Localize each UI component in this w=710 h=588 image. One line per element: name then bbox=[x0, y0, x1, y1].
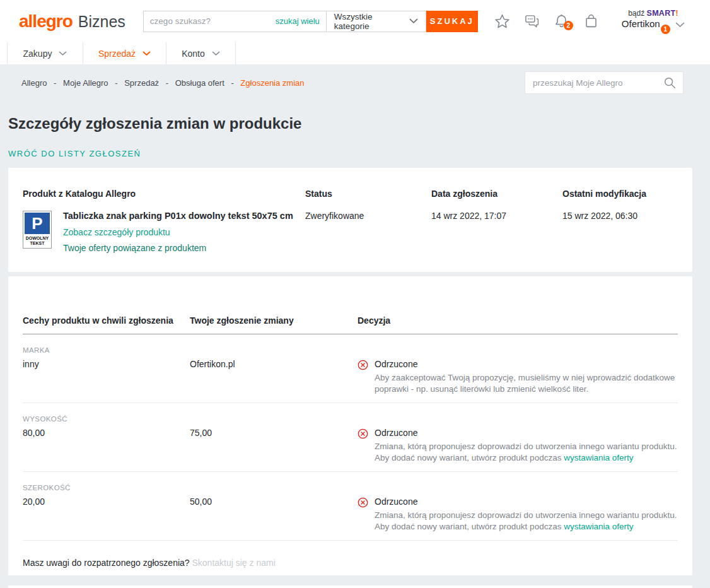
caption-line2: TEKST bbox=[30, 241, 45, 245]
smart-tagline: bądź SMART! bbox=[622, 9, 685, 18]
myallegro-search-input[interactable] bbox=[525, 78, 683, 88]
proposed-value: 75,00 bbox=[190, 428, 358, 463]
decision-label: Odrzucone bbox=[375, 428, 678, 438]
account-menu[interactable]: bądź SMART! Ofertikon 1 bbox=[622, 9, 685, 34]
category-select[interactable]: Wszystkie kategorie bbox=[327, 11, 426, 32]
nav-tab-label: Konto bbox=[182, 49, 205, 59]
product-column: Produkt z Katalogu Allegro P DOWOLNY TEK… bbox=[23, 189, 305, 253]
decision-cell: Odrzucone Zmiana, którą proponujesz dopr… bbox=[358, 497, 678, 532]
table-row-marka: MARKA inny Ofertikon.pl Odrzucone Aby za… bbox=[23, 334, 678, 403]
favorites-star-icon[interactable] bbox=[494, 13, 510, 29]
status-value: Zweryfikowane bbox=[305, 211, 431, 221]
decision-reason: Zmiana, którą proponujesz doprowadzi do … bbox=[375, 510, 678, 532]
nav-tab-konto[interactable]: Konto bbox=[166, 42, 236, 64]
product-details-link[interactable]: Zobacz szczegóły produktu bbox=[63, 227, 293, 237]
current-value: inny bbox=[23, 360, 190, 394]
smart-prefix: bądź bbox=[628, 9, 644, 18]
listing-offer-link[interactable]: wystawiania oferty bbox=[564, 453, 633, 462]
decision-reason: Zmiana, którą proponujesz doprowadzi do … bbox=[375, 441, 678, 463]
breadcrumb-separator: - bbox=[54, 78, 56, 88]
breadcrumb-moje-allegro[interactable]: Moje Allegro bbox=[63, 78, 108, 88]
notifications-bell-icon[interactable]: 2 bbox=[554, 13, 569, 29]
breadcrumb-row: Allegro - Moje Allegro - Sprzedaż - Obsł… bbox=[8, 71, 684, 94]
messages-chat-icon[interactable] bbox=[524, 13, 540, 29]
allegro-logo[interactable]: allegro Biznes bbox=[19, 11, 125, 32]
topbar-icon-group: 2 bbox=[494, 13, 599, 29]
cart-bag-icon[interactable] bbox=[583, 13, 599, 29]
proposed-value: Ofertikon.pl bbox=[190, 360, 358, 394]
submitted-label: Data zgłoszenia bbox=[431, 189, 562, 199]
chevron-down-icon bbox=[143, 51, 151, 56]
product-title: Tabliczka znak parking P01x dowolny teks… bbox=[63, 211, 293, 221]
top-bar: allegro Biznes szukaj wielu Wszystkie ka… bbox=[0, 0, 710, 42]
notifications-badge: 2 bbox=[564, 21, 573, 30]
column-header-decision: Decyzja bbox=[358, 315, 678, 326]
search-input[interactable] bbox=[144, 16, 276, 26]
listing-offer-link[interactable]: wystawiania oferty bbox=[564, 522, 633, 531]
breadcrumb-obsluga-ofert[interactable]: Obsługa ofert bbox=[175, 78, 224, 88]
search-icon[interactable] bbox=[663, 76, 677, 90]
attribute-label: SZEROKOŚĆ bbox=[23, 484, 678, 491]
breadcrumb-sprzedaz[interactable]: Sprzedaż bbox=[124, 78, 159, 88]
smart-brand: SMART bbox=[647, 9, 676, 18]
nav-tab-sprzedaz[interactable]: Sprzedaż bbox=[83, 42, 166, 64]
caption-line1: DOWOLNY bbox=[26, 236, 49, 240]
breadcrumb-separator: - bbox=[115, 78, 117, 88]
nav-tab-zakupy[interactable]: Zakupy bbox=[7, 42, 83, 64]
back-to-list-link[interactable]: WRÓĆ DO LISTY ZGŁOSZEŃ bbox=[8, 149, 141, 158]
multi-search-link[interactable]: szukaj wielu bbox=[276, 16, 326, 26]
search-button[interactable]: SZUKAJ bbox=[426, 11, 478, 32]
column-header-proposed: Twoje zgłoszenie zmiany bbox=[190, 315, 358, 326]
decision-body: Odrzucone Zmiana, którą proponujesz dopr… bbox=[375, 428, 678, 463]
column-header-current: Cechy produktu w chwili zgłoszenia bbox=[23, 315, 190, 326]
decision-label: Odrzucone bbox=[375, 497, 678, 507]
breadcrumb-zgloszenia-zmian: Zgłoszenia zmian bbox=[240, 78, 304, 88]
category-selected-label: Wszystkie kategorie bbox=[334, 12, 409, 31]
related-offers-link[interactable]: Twoje oferty powiązane z produktem bbox=[63, 243, 293, 253]
modified-label: Ostatni modyfikacja bbox=[562, 189, 678, 199]
status-column: Status Zweryfikowane bbox=[305, 189, 431, 253]
submitted-column: Data zgłoszenia 14 wrz 2022, 17:07 bbox=[431, 189, 562, 253]
status-label: Status bbox=[305, 189, 431, 199]
account-name: Ofertikon bbox=[622, 18, 660, 29]
feedback-question: Masz uwagi do rozpatrzonego zgłoszenia? bbox=[23, 558, 190, 568]
chevron-down-icon bbox=[409, 18, 418, 24]
main-nav: Zakupy Sprzedaż Konto bbox=[0, 42, 710, 64]
feedback-footer: Masz uwagi do rozpatrzonego zgłoszenia? … bbox=[23, 558, 678, 568]
breadcrumb: Allegro - Moje Allegro - Sprzedaż - Obsł… bbox=[8, 78, 305, 88]
product-section-label: Produkt z Katalogu Allegro bbox=[23, 189, 305, 199]
global-search-bar: szukaj wielu Wszystkie kategorie SZUKAJ bbox=[143, 11, 478, 32]
chevron-down-icon bbox=[675, 22, 685, 28]
decision-cell: Odrzucone Aby zaakceptować Twoją propozy… bbox=[358, 360, 678, 394]
product-info: Tabliczka znak parking P01x dowolny teks… bbox=[63, 211, 293, 253]
proposed-value: 50,00 bbox=[190, 497, 358, 532]
product-thumbnail: P DOWOLNY TEKST bbox=[23, 211, 52, 249]
attribute-label: WYSOKOŚĆ bbox=[23, 415, 678, 423]
rejected-icon bbox=[358, 360, 368, 370]
smart-bang-icon: ! bbox=[675, 9, 678, 18]
logo-suffix-text: Biznes bbox=[78, 13, 125, 31]
product-block: P DOWOLNY TEKST Tabliczka znak parking P… bbox=[23, 211, 305, 253]
breadcrumb-separator: - bbox=[231, 78, 233, 88]
breadcrumb-separator: - bbox=[166, 78, 168, 88]
decision-body: Odrzucone Aby zaakceptować Twoją propozy… bbox=[375, 360, 678, 394]
table-row-wysokosc: WYSOKOŚĆ 80,00 75,00 Odrzucone Zmiana, k… bbox=[23, 403, 678, 472]
decision-label: Odrzucone bbox=[375, 360, 678, 369]
chevron-down-icon bbox=[59, 51, 67, 56]
decision-reason: Aby zaakceptować Twoją propozycję, musie… bbox=[375, 372, 678, 394]
parking-sign-caption: DOWOLNY TEKST bbox=[26, 236, 49, 247]
nav-tab-label: Zakupy bbox=[23, 49, 52, 59]
rejected-icon bbox=[358, 497, 368, 508]
page-title: Szczegóły zgłoszenia zmian w produkcie bbox=[8, 115, 710, 132]
breadcrumb-allegro[interactable]: Allegro bbox=[21, 78, 47, 88]
rejected-icon bbox=[358, 428, 368, 439]
modified-value: 15 wrz 2022, 06:30 bbox=[562, 211, 678, 221]
changes-table-card: Cechy produktu w chwili zgłoszenia Twoje… bbox=[8, 276, 692, 575]
modified-column: Ostatni modyfikacja 15 wrz 2022, 06:30 bbox=[562, 189, 678, 253]
current-value: 80,00 bbox=[23, 428, 190, 463]
account-line: Ofertikon 1 bbox=[622, 18, 685, 34]
nav-tab-label: Sprzedaż bbox=[98, 49, 136, 59]
search-box: szukaj wielu bbox=[143, 11, 327, 32]
attribute-label: MARKA bbox=[23, 346, 678, 354]
contact-us-link[interactable]: Skontaktuj się z nami bbox=[192, 558, 276, 568]
